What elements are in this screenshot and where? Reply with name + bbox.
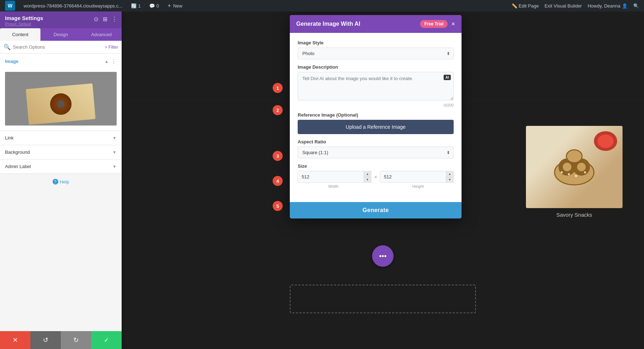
sauce-inner (597, 134, 614, 148)
edit-page-item[interactable]: ✏️ Edit Page (509, 0, 541, 11)
panel-section-image: Image ▲ ⋮ (0, 54, 122, 131)
tab-content[interactable]: Content (0, 28, 40, 41)
admin-label-chevron: ▼ (112, 164, 117, 169)
width-input[interactable] (298, 171, 371, 183)
help-circle-icon: ? (53, 179, 58, 185)
height-input-wrapper: ▲ ▼ (380, 171, 454, 183)
step-1-badge: 1 (273, 83, 283, 93)
tab-advanced[interactable]: Advanced (81, 28, 122, 41)
background-section-header[interactable]: Background ▼ (0, 145, 122, 159)
image-style-label: Image Style (298, 40, 454, 45)
new-item[interactable]: + New (166, 0, 185, 11)
panel-tabs: Content Design Advanced (0, 28, 122, 41)
dots-icon: ••• (379, 252, 386, 260)
help-link[interactable]: ? Help (5, 179, 117, 185)
size-row: ▲ ▼ × ▲ ▼ (298, 171, 454, 183)
more-options-icon[interactable]: ⋮ (111, 15, 118, 23)
food-item (50, 93, 72, 115)
background-section-chevron: ▼ (112, 150, 117, 155)
reference-image-label: Reference Image (Optional) (298, 112, 454, 118)
modal-container: 1 2 3 4 5 Generate Image With AI Free (290, 15, 479, 218)
aspect-ratio-select-wrapper: Square (1:1) Landscape (16:9) Portrait (… (298, 147, 454, 158)
image-style-select[interactable]: Photo Illustration Abstract Sketch Oil P… (298, 48, 454, 59)
updates-item[interactable]: 🔄 1 (129, 0, 143, 11)
size-x-separator: × (374, 174, 377, 180)
search-admin-icon[interactable]: 🔍 (631, 0, 641, 11)
image-section-header[interactable]: Image ▲ ⋮ (0, 54, 122, 69)
height-increment-button[interactable]: ▲ (446, 171, 454, 177)
char-count: 0/200 (298, 103, 454, 107)
save-checkmark-icon: ✓ (104, 336, 109, 344)
height-input[interactable] (380, 171, 454, 183)
admin-label-section-header[interactable]: Admin Label ▼ (0, 159, 122, 173)
undo-button[interactable]: ↺ (30, 331, 61, 349)
exit-builder-item[interactable]: Exit Visual Builder (542, 0, 584, 11)
panel-section-link: Link ▼ (0, 131, 122, 145)
edit-page-label: Edit Page (519, 3, 539, 9)
comments-item[interactable]: 💬 0 (147, 0, 161, 11)
howdy-item[interactable]: Howdy, Deanna 👤 (585, 0, 630, 11)
height-spinners: ▲ ▼ (446, 171, 454, 183)
food-image-sim (5, 72, 117, 126)
modal-body: Image Style Photo Illustration Abstract … (290, 33, 462, 201)
food-caption: Savory Snacks (526, 208, 623, 221)
width-label: Width (298, 184, 369, 188)
modal-header-right: Free Trial × (420, 20, 455, 28)
image-description-row: Image Description AI 0/200 (298, 64, 454, 107)
layout-icon[interactable]: ⊞ (102, 15, 108, 23)
help-section: ? Help (0, 174, 122, 190)
svg-point-6 (575, 175, 577, 177)
image-style-row: Image Style Photo Illustration Abstract … (298, 40, 454, 59)
site-url-item[interactable]: wordpress-784896-3766464.cloudwaysapps.c… (21, 0, 125, 11)
undo-icon: ↺ (43, 336, 48, 344)
textarea-wrapper: AI 0/200 (298, 72, 454, 107)
bottom-action-button[interactable]: ••• (372, 245, 394, 267)
ai-badge: AI (444, 75, 451, 80)
step-badges-column: 1 2 3 4 5 (273, 83, 283, 216)
link-section-header[interactable]: Link ▼ (0, 131, 122, 145)
generate-button[interactable]: Generate (290, 202, 462, 218)
modal-with-steps: 1 2 3 4 5 Generate Image With AI Free (290, 15, 479, 218)
tab-design[interactable]: Design (40, 28, 81, 41)
panel-section-admin-label: Admin Label ▼ (0, 159, 122, 174)
panel-body: Image ▲ ⋮ (0, 54, 122, 349)
wp-admin-bar: W wordpress-784896-3766464.cloudwaysapps… (0, 0, 644, 11)
save-button[interactable]: ✓ (91, 331, 122, 349)
width-increment-button[interactable]: ▲ (364, 171, 371, 177)
search-input[interactable] (13, 44, 103, 50)
upload-reference-button[interactable]: Upload a Reference Image (298, 120, 454, 134)
free-trial-badge[interactable]: Free Trial (420, 20, 448, 28)
preset-label[interactable]: Preset: Default (5, 22, 31, 26)
generate-section: 6 Generate (290, 201, 462, 218)
wp-logo-btn[interactable]: W (3, 0, 17, 11)
image-preview (5, 72, 117, 126)
step-2-badge: 2 (273, 105, 283, 115)
pretzel-svg (549, 146, 599, 188)
cancel-button[interactable]: ✕ (0, 331, 30, 349)
image-description-textarea[interactable] (298, 72, 454, 100)
svg-point-4 (561, 171, 563, 173)
link-section-title: Link (5, 135, 14, 141)
panel-header: Image Settings Preset: Default ⊙ ⊞ ⋮ (0, 11, 122, 28)
svg-point-3 (566, 150, 582, 163)
image-section-dots[interactable]: ⋮ (111, 58, 117, 65)
redo-button[interactable]: ↻ (61, 331, 91, 349)
height-label: Height (382, 184, 454, 188)
site-url-text: wordpress-784896-3766464.cloudwaysapps.c… (24, 3, 122, 9)
width-decrement-button[interactable]: ▼ (364, 177, 371, 183)
filter-plus-icon: + (105, 45, 107, 50)
filter-button[interactable]: + Filter (105, 45, 118, 50)
size-label: Size (298, 163, 454, 169)
width-input-wrapper: ▲ ▼ (298, 171, 371, 183)
width-spinners: ▲ ▼ (364, 171, 371, 183)
step-4-badge: 4 (273, 176, 283, 186)
cancel-icon: ✕ (13, 336, 18, 344)
height-decrement-button[interactable]: ▼ (446, 177, 454, 183)
aspect-ratio-select[interactable]: Square (1:1) Landscape (16:9) Portrait (… (298, 147, 454, 158)
sauce-bowl (594, 131, 617, 151)
focus-mode-icon[interactable]: ⊙ (93, 15, 99, 23)
help-label: Help (60, 179, 69, 185)
step-5-badge: 5 (273, 201, 283, 211)
svg-point-7 (584, 171, 586, 173)
modal-close-button[interactable]: × (451, 21, 455, 27)
